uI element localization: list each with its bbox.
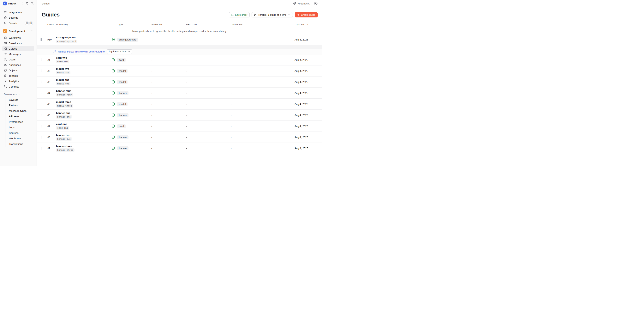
table-row[interactable]: #8 banner-two banner-two banner - - - Au… — [37, 132, 322, 143]
url-path-value: - — [184, 92, 228, 95]
drag-handle[interactable] — [40, 125, 46, 128]
updated-at-value: Aug 4, 2025 — [294, 59, 308, 61]
layers-icon — [4, 36, 7, 39]
sidebar-item-label: Guides — [9, 47, 17, 50]
guide-name-link[interactable]: card-one — [56, 123, 67, 126]
throttle-value-dropdown[interactable]: 1 guide at a time — [106, 49, 132, 54]
guide-name-link[interactable]: banner-four — [56, 90, 71, 92]
table-row[interactable]: #7 card-one card-one card - - - Aug 4, 2… — [37, 121, 322, 132]
page-title: Guides — [42, 12, 60, 18]
activity-icon — [4, 80, 7, 83]
guides-icon — [4, 47, 7, 50]
row-order: #1 — [46, 59, 56, 61]
sidebar-item-commits[interactable]: Commits — [2, 84, 34, 89]
sidebar-item-search[interactable]: Search ⌘ K — [2, 20, 34, 26]
sidebar-item-users[interactable]: Users — [2, 57, 34, 62]
sidebar-item-webhooks[interactable]: Webhooks — [8, 136, 34, 141]
megaphone-icon — [293, 2, 296, 5]
guide-name-link[interactable]: modal-two — [56, 67, 69, 70]
table-row[interactable]: #5 modal-three modal-three modal - - - A… — [37, 99, 322, 110]
guide-name-link[interactable]: changelog-card — [56, 36, 76, 39]
plus-icon — [297, 13, 300, 16]
environment-icon — [3, 29, 7, 33]
drag-handle[interactable] — [40, 136, 46, 139]
drag-handle[interactable] — [40, 58, 46, 61]
sidebar-item-sources[interactable]: Sources — [8, 130, 34, 136]
guide-name-link[interactable]: card-two — [56, 56, 67, 59]
description-value: - — [228, 125, 294, 128]
save-order-button[interactable]: Save order — [229, 12, 250, 18]
audience-value: - — [149, 70, 184, 73]
throttle-label: Throttle: 1 guide at a time — [258, 13, 286, 16]
create-guide-button[interactable]: Create guide — [295, 12, 318, 18]
guide-name-link[interactable]: banner-three — [56, 145, 72, 148]
active-status-check-icon — [110, 38, 116, 41]
save-order-label: Save order — [235, 13, 248, 16]
updated-at-value: Aug 5, 2025 — [294, 38, 308, 41]
table-row[interactable]: #3 modal-one modal-one modal - - - Aug 4… — [37, 77, 322, 88]
drag-handle[interactable] — [40, 91, 46, 95]
sidebar-item-audiences[interactable]: Audiences — [2, 62, 34, 68]
drag-handle[interactable] — [40, 80, 46, 84]
sidebar-item-messages[interactable]: Messages — [2, 51, 34, 57]
url-path-value: - — [184, 38, 228, 41]
workspace-switcher-icon[interactable] — [21, 2, 24, 5]
main-content: Guides Feedback? Guides Save order — [37, 0, 322, 166]
notifications-bell-icon[interactable] — [26, 2, 29, 5]
user-circle-icon — [314, 2, 318, 6]
table-row[interactable]: #4 banner-four banner-four banner - - - … — [37, 88, 322, 99]
users-icon — [4, 58, 7, 61]
sidebar-item-analytics[interactable]: Analytics — [2, 79, 34, 84]
sidebar-item-broadcasts[interactable]: Broadcasts — [2, 41, 34, 46]
account-menu-button[interactable] — [314, 2, 318, 6]
guide-name-link[interactable]: banner-two — [56, 134, 70, 137]
sidebar-item-api-keys[interactable]: API keys — [8, 114, 34, 119]
updated-at-value: Aug 4, 2025 — [294, 125, 308, 128]
sidebar-item-objects[interactable]: Objects — [2, 68, 34, 73]
drag-handle[interactable] — [40, 114, 46, 117]
guide-name-link[interactable]: modal-one — [56, 79, 69, 81]
table-row[interactable]: #1 card-two card-two card - - - Aug 4, 2… — [37, 55, 322, 66]
sidebar-item-layouts[interactable]: Layouts — [8, 97, 34, 103]
environment-switcher[interactable]: Development — [2, 28, 34, 34]
sidebar-item-label: Commits — [9, 85, 19, 88]
sidebar-item-label: Analytics — [9, 80, 19, 83]
sidebar-item-settings[interactable]: Settings — [2, 15, 34, 20]
sidebar-item-integrations[interactable]: Integrations — [2, 10, 34, 15]
drag-handle[interactable] — [40, 103, 46, 106]
table-row[interactable]: #6 banner-one banner-one banner - - - Au… — [37, 110, 322, 121]
sidebar-item-tenants[interactable]: Tenants — [2, 73, 34, 79]
drag-handle[interactable] — [40, 147, 46, 150]
guide-name-link[interactable]: modal-three — [56, 101, 71, 103]
k-keycap: K — [30, 22, 33, 25]
sidebar-item-workflows[interactable]: Workflows — [2, 35, 34, 41]
type-badge: modal — [117, 102, 128, 106]
sidebar-item-partials[interactable]: Partials — [8, 103, 34, 108]
sidebar-item-guides[interactable]: Guides — [2, 46, 34, 51]
throttle-dropdown-button[interactable]: Throttle: 1 guide at a time — [252, 12, 292, 18]
updated-at-value: Aug 4, 2025 — [294, 81, 308, 84]
throttled-rows: #1 card-two card-two card - - - Aug 4, 2… — [37, 55, 322, 154]
sidebar-item-preferences[interactable]: Preferences — [8, 119, 34, 125]
row-order: #5 — [46, 103, 56, 106]
sidebar-item-translations[interactable]: Translations — [8, 141, 34, 147]
url-path-value: - — [184, 81, 228, 84]
table-row[interactable]: #9 banner-three banner-three banner - - … — [37, 143, 322, 154]
audience-value: - — [149, 125, 184, 128]
integrations-icon — [4, 11, 7, 14]
guide-name-link[interactable]: banner-one — [56, 112, 70, 115]
workspace-header: k Knock — [0, 0, 36, 7]
active-status-check-icon — [110, 146, 116, 150]
table-row[interactable]: #2 modal-two modal-two modal - - - Aug 4… — [37, 66, 322, 77]
row-order: #8 — [46, 136, 56, 139]
feedback-button[interactable]: Feedback? — [293, 2, 310, 5]
table-row[interactable]: #10 changelog-card changelog-card change… — [37, 34, 322, 45]
drag-handle[interactable] — [40, 38, 46, 41]
sidebar-item-logs[interactable]: Logs — [8, 125, 34, 130]
developers-section-toggle[interactable]: Developers — [2, 92, 34, 97]
search-icon[interactable] — [30, 2, 34, 5]
drag-handle[interactable] — [40, 69, 46, 73]
column-header-description: Description — [228, 23, 294, 26]
url-path-value: - — [184, 103, 228, 106]
sidebar-item-message-types[interactable]: Message types — [8, 108, 34, 114]
